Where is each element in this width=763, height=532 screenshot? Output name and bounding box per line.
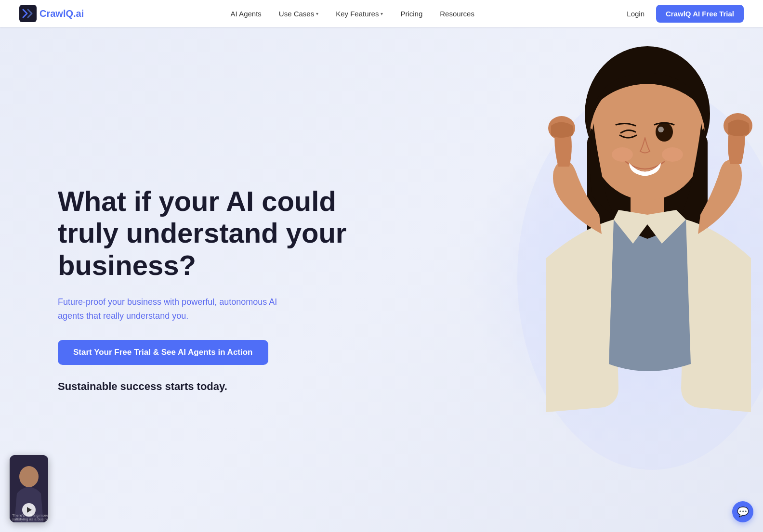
nav-link-resources[interactable]: Resources	[432, 6, 482, 22]
brand-logo-icon	[19, 5, 37, 22]
hero-section: What if your AI could truly understand y…	[0, 27, 763, 532]
hero-tagline: Sustainable success starts today.	[58, 380, 446, 393]
svg-rect-0	[19, 5, 37, 22]
brand-name-text: CrawlQ.ai	[39, 8, 84, 19]
svg-point-13	[19, 466, 39, 487]
key-features-chevron-icon: ▾	[381, 11, 383, 16]
video-play-button[interactable]	[22, 503, 36, 517]
svg-point-8	[656, 122, 673, 142]
nav-links: AI Agents Use Cases ▾ Key Features ▾ Pri…	[223, 6, 482, 22]
hero-subtitle: Future-proof your business with powerful…	[58, 295, 299, 323]
svg-point-11	[662, 147, 683, 162]
navbar-actions: Login CrawlQ AI Free Trial	[621, 5, 744, 23]
hero-title: What if your AI could truly understand y…	[58, 185, 347, 282]
video-bg: There's nothing more satisfying as a bus…	[10, 455, 48, 522]
hero-cta-button[interactable]: Start Your Free Trial & See AI Agents in…	[58, 340, 268, 365]
hero-illustration	[484, 27, 763, 532]
nav-link-use-cases[interactable]: Use Cases ▾	[271, 6, 326, 22]
svg-point-10	[612, 147, 633, 162]
svg-point-9	[658, 127, 664, 132]
chat-widget-button[interactable]: 💬	[732, 501, 753, 522]
svg-text:satisfying as a busines...: satisfying as a busines...	[12, 517, 48, 521]
person-svg	[484, 27, 763, 532]
use-cases-chevron-icon: ▾	[316, 11, 318, 16]
hero-content: What if your AI could truly understand y…	[58, 166, 446, 393]
nav-link-ai-agents[interactable]: AI Agents	[223, 6, 269, 22]
brand-logo[interactable]: CrawlQ.ai	[19, 5, 84, 22]
nav-link-key-features[interactable]: Key Features ▾	[328, 6, 391, 22]
chat-icon: 💬	[737, 506, 749, 518]
login-button[interactable]: Login	[621, 6, 650, 22]
play-icon	[27, 507, 32, 513]
free-trial-nav-button[interactable]: CrawlQ AI Free Trial	[656, 5, 744, 23]
nav-link-pricing[interactable]: Pricing	[393, 6, 430, 22]
video-thumbnail[interactable]: There's nothing more satisfying as a bus…	[10, 455, 48, 522]
navbar: CrawlQ.ai AI Agents Use Cases ▾ Key Feat…	[0, 0, 763, 27]
